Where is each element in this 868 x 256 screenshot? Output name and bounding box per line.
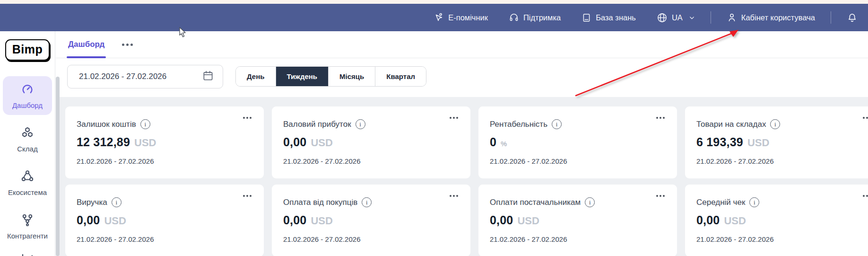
ellipsis-icon bbox=[453, 117, 455, 119]
metric-card-average-check: Середній чек 0,00USD 21.02.2026 - 27.02.… bbox=[685, 185, 868, 256]
card-unit: USD bbox=[311, 215, 332, 227]
card-value: 0,00 bbox=[696, 213, 720, 227]
sidebar-item-contractors[interactable]: Контрагенти bbox=[3, 207, 52, 246]
tab-more-button[interactable] bbox=[119, 37, 136, 52]
card-period: 21.02.2026 - 27.02.2026 bbox=[696, 157, 868, 165]
navbar-divider bbox=[831, 11, 831, 24]
nav-item-knowledge-base[interactable]: База знань bbox=[582, 13, 636, 23]
browser-top-strip bbox=[0, 0, 868, 4]
card-period: 21.02.2026 - 27.02.2026 bbox=[77, 235, 252, 243]
card-title: Залишок коштів bbox=[77, 120, 136, 129]
card-title: Виручка bbox=[77, 198, 107, 207]
period-button-quarter[interactable]: Квартал bbox=[375, 67, 426, 86]
metric-card-supplier-payments: Оплати постачальникам 0,00USD 21.02.2026… bbox=[478, 185, 677, 256]
gauge-icon bbox=[20, 82, 35, 98]
card-menu-button[interactable] bbox=[447, 191, 461, 201]
ellipsis-icon bbox=[866, 195, 868, 197]
language-code: UA bbox=[672, 13, 683, 22]
nav-item-label: База знань bbox=[596, 13, 636, 22]
info-icon[interactable] bbox=[362, 197, 372, 207]
card-title: Середній чек bbox=[696, 198, 745, 207]
ellipsis-icon bbox=[246, 195, 248, 197]
sidebar-item-dashboard[interactable]: Дашборд bbox=[3, 76, 52, 115]
info-icon[interactable] bbox=[552, 119, 562, 129]
metric-card-goods-in-stock: Товари на складах 6 193,39USD 21.02.2026… bbox=[685, 106, 868, 178]
card-title: Валовий прибуток bbox=[283, 120, 351, 129]
card-title: Рентабельність bbox=[490, 120, 547, 129]
sidebar-item-ecosystem[interactable]: Екосистема bbox=[3, 163, 52, 202]
globe-icon bbox=[657, 12, 668, 23]
card-unit: USD bbox=[104, 215, 126, 227]
sidebar-item-label: Склад bbox=[17, 145, 37, 153]
card-period: 21.02.2026 - 27.02.2026 bbox=[490, 157, 666, 165]
info-icon[interactable] bbox=[770, 119, 780, 129]
user-account-button[interactable]: Кабінет користувача bbox=[727, 12, 815, 23]
card-menu-button[interactable] bbox=[653, 191, 668, 201]
navbar-divider bbox=[711, 11, 711, 24]
nav-item-label: Е-помічник bbox=[448, 13, 488, 22]
ellipsis-icon bbox=[660, 195, 661, 197]
card-unit: USD bbox=[134, 137, 156, 149]
card-menu-button[interactable] bbox=[447, 113, 461, 123]
sidebar-item-warehouse[interactable]: Склад bbox=[3, 120, 52, 159]
user-icon bbox=[727, 12, 737, 23]
metric-card-profitability: Рентабельність 0% 21.02.2026 - 27.02.202… bbox=[478, 106, 677, 178]
info-icon[interactable] bbox=[585, 197, 595, 207]
bell-icon bbox=[847, 12, 858, 23]
card-title: Товари на складах bbox=[696, 120, 766, 129]
card-menu-button[interactable] bbox=[653, 113, 668, 123]
date-range-input[interactable]: 21.02.2026 - 27.02.2026 bbox=[67, 65, 223, 88]
assistant-pointer-icon bbox=[434, 12, 444, 23]
line-chart-icon[interactable] bbox=[19, 252, 35, 256]
card-value: 0,00 bbox=[490, 213, 513, 227]
tab-dashboard[interactable]: Дашборд bbox=[68, 31, 104, 58]
card-value: 0,00 bbox=[77, 213, 100, 227]
chevron-down-icon bbox=[689, 15, 695, 21]
metric-card-gross-profit: Валовий прибуток 0,00USD 21.02.2026 - 27… bbox=[272, 106, 470, 178]
metric-cards-grid: Залишок коштів 12 312,89USD 21.02.2026 -… bbox=[65, 106, 868, 256]
period-button-day[interactable]: День bbox=[236, 67, 276, 86]
vertical-scrollbar-thumb[interactable] bbox=[56, 77, 60, 256]
ellipsis-icon bbox=[660, 117, 661, 119]
nav-item-support[interactable]: Підтримка bbox=[509, 12, 561, 23]
card-period: 21.02.2026 - 27.02.2026 bbox=[490, 235, 666, 243]
ecosystem-icon bbox=[20, 169, 35, 185]
sidebar-item-label: Контрагенти bbox=[7, 232, 48, 240]
user-account-label: Кабінет користувача bbox=[741, 13, 815, 22]
cubes-icon bbox=[20, 126, 35, 141]
card-menu-button[interactable] bbox=[860, 113, 868, 123]
top-navbar: Е-помічник Підтримка База знань UA bbox=[0, 4, 868, 31]
nav-item-label: Підтримка bbox=[523, 13, 561, 22]
period-segmented-control: День Тиждень Місяць Квартал bbox=[235, 66, 426, 87]
card-menu-button[interactable] bbox=[860, 191, 868, 201]
metric-card-cash-balance: Залишок коштів 12 312,89USD 21.02.2026 -… bbox=[65, 106, 264, 178]
notifications-button[interactable] bbox=[847, 12, 858, 23]
card-period: 21.02.2026 - 27.02.2026 bbox=[283, 235, 459, 243]
period-button-month[interactable]: Місяць bbox=[328, 67, 375, 86]
card-period: 21.02.2026 - 27.02.2026 bbox=[283, 157, 459, 165]
language-selector[interactable]: UA bbox=[657, 12, 695, 23]
sidebar-item-label: Дашборд bbox=[12, 101, 43, 109]
app-logo[interactable]: Bimp bbox=[5, 39, 50, 61]
ellipsis-icon bbox=[453, 195, 455, 197]
period-button-week[interactable]: Тиждень bbox=[276, 67, 329, 86]
card-value: 0,00 bbox=[283, 135, 306, 149]
info-icon[interactable] bbox=[356, 119, 365, 129]
headphones-icon bbox=[509, 12, 519, 23]
card-menu-button[interactable] bbox=[240, 113, 254, 123]
sidebar: Bimp Дашборд Склад Екосистема bbox=[0, 31, 55, 256]
ellipsis-icon bbox=[866, 117, 868, 119]
card-value: 0 bbox=[490, 135, 496, 149]
calendar-icon[interactable] bbox=[202, 70, 214, 84]
card-unit: USD bbox=[311, 137, 332, 149]
card-menu-button[interactable] bbox=[240, 191, 254, 201]
card-value: 6 193,39 bbox=[696, 135, 743, 149]
card-value: 0,00 bbox=[283, 213, 306, 227]
info-icon[interactable] bbox=[112, 197, 122, 207]
card-unit: % bbox=[501, 140, 507, 148]
info-icon[interactable] bbox=[749, 197, 759, 207]
info-icon[interactable] bbox=[140, 119, 150, 129]
card-unit: USD bbox=[517, 215, 539, 227]
metric-card-revenue: Виручка 0,00USD 21.02.2026 - 27.02.2026 bbox=[65, 185, 264, 256]
nav-item-e-assistant[interactable]: Е-помічник bbox=[434, 12, 488, 23]
